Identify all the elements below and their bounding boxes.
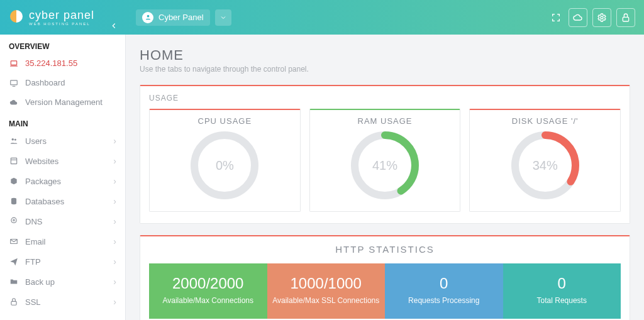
send-icon — [9, 257, 19, 266]
sidebar-toggle-button[interactable] — [107, 19, 121, 33]
sidebar-item-websites[interactable]: Websites› — [0, 151, 125, 171]
sidebar-item-ftp[interactable]: FTP› — [0, 251, 125, 272]
gauge-title: CPU USAGE — [156, 116, 294, 126]
http-stats-title: HTTP STATISTICS — [149, 244, 621, 255]
gauge-title: DISK USAGE '/' — [476, 116, 614, 126]
page-subtitle: Use the tabs to navigate through the con… — [140, 65, 630, 74]
chevron-right-icon: › — [113, 236, 116, 246]
svg-rect-4 — [11, 80, 18, 84]
chevron-right-icon: › — [113, 297, 116, 307]
users-icon — [9, 136, 19, 145]
svg-point-6 — [14, 139, 16, 141]
gauge-card: CPU USAGE0% — [149, 109, 301, 212]
sidebar-item-label: DNS — [25, 217, 107, 226]
lock-button[interactable] — [616, 8, 635, 27]
sidebar-item-email[interactable]: Email› — [0, 231, 125, 251]
sidebar-item-users[interactable]: Users› — [0, 131, 125, 151]
sidebar-item-35-224-181-55[interactable]: 35.224.181.55 — [0, 53, 125, 73]
svg-rect-2 — [623, 17, 628, 21]
svg-rect-3 — [11, 60, 16, 64]
http-stat-label: Requests Processing — [389, 296, 499, 305]
dns-icon — [9, 217, 19, 226]
sidebar-item-label: Databases — [25, 197, 107, 206]
chevron-right-icon: › — [113, 257, 116, 267]
usage-card: USAGE CPU USAGE0%RAM USAGE41%DISK USAGE … — [140, 85, 630, 224]
main-content: HOME Use the tabs to navigate through th… — [126, 35, 644, 320]
http-stats-card: HTTP STATISTICS 2000/2000Available/Max C… — [140, 235, 630, 320]
http-stat: 0Requests Processing — [385, 263, 503, 319]
sidebar-item-dns[interactable]: DNS› — [0, 211, 125, 231]
sidebar-heading: MAIN — [0, 112, 125, 131]
sidebar-item-dashboard[interactable]: Dashboard — [0, 73, 125, 92]
sidebar-item-label: Back up — [25, 277, 107, 287]
http-stat-label: Available/Max SSL Connections — [271, 296, 382, 305]
gauge: 34% — [511, 131, 580, 200]
http-stat: 2000/2000Available/Max Connections — [149, 263, 267, 319]
user-dropdown-button[interactable] — [215, 9, 231, 26]
user-menu-button[interactable]: Cyber Panel — [136, 9, 210, 26]
topbar: cyber panel WEB HOSTING PANEL Cyber Pane… — [0, 0, 644, 35]
sidebar-item-label: Version Management — [25, 97, 116, 107]
gauge: 0% — [190, 131, 259, 200]
package-icon — [9, 177, 19, 185]
sidebar-item-label: FTP — [25, 257, 107, 267]
gauge: 41% — [350, 131, 419, 200]
tv-icon — [9, 79, 19, 87]
svg-point-5 — [12, 138, 14, 141]
chevron-right-icon: › — [113, 136, 116, 146]
brand-title: cyber panel — [29, 9, 94, 22]
folder-icon — [9, 277, 19, 286]
chevron-right-icon: › — [113, 176, 116, 186]
svg-rect-11 — [11, 301, 16, 305]
fullscreen-icon[interactable] — [551, 8, 561, 27]
brand-logo-icon — [9, 9, 24, 26]
sidebar-item-label: Dashboard — [25, 78, 116, 87]
sidebar-item-label: Users — [25, 136, 107, 146]
sidebar-heading: OVERVIEW — [0, 35, 125, 53]
http-stat-value: 0 — [389, 275, 499, 292]
gauge-percent: 0% — [190, 131, 259, 200]
website-icon — [9, 157, 19, 165]
sidebar-item-version-management[interactable]: Version Management — [0, 92, 125, 112]
chevron-right-icon: › — [113, 156, 116, 166]
laptop-icon — [9, 59, 19, 68]
sidebar-heading: SERVER — [0, 312, 125, 320]
gauge-percent: 34% — [511, 131, 580, 200]
svg-point-9 — [13, 219, 14, 221]
http-stat: 1000/1000Available/Max SSL Connections — [267, 263, 386, 319]
sidebar-item-label: 35.224.181.55 — [25, 58, 116, 68]
user-name: Cyber Panel — [158, 13, 204, 22]
gauge-card: RAM USAGE41% — [309, 109, 461, 212]
sidebar-item-packages[interactable]: Packages› — [0, 171, 125, 191]
http-stat-value: 2000/2000 — [153, 275, 264, 292]
cloud-icon — [9, 98, 19, 107]
svg-point-1 — [601, 16, 603, 19]
http-stat-value: 1000/1000 — [271, 275, 382, 292]
sidebar: OVERVIEW35.224.181.55DashboardVersion Ma… — [0, 35, 126, 320]
http-stat-label: Available/Max Connections — [153, 296, 264, 305]
cloud-button[interactable] — [569, 8, 587, 27]
usage-card-title: USAGE — [149, 94, 621, 102]
gauge-percent: 41% — [350, 131, 419, 200]
sidebar-item-label: Email — [25, 237, 107, 246]
http-stat-label: Total Requests — [507, 296, 618, 305]
sidebar-item-back-up[interactable]: Back up› — [0, 272, 125, 292]
svg-point-0 — [147, 15, 149, 18]
http-stat-value: 0 — [507, 275, 618, 292]
sidebar-item-label: Websites — [25, 157, 107, 166]
chevron-right-icon: › — [113, 196, 116, 206]
chevron-right-icon: › — [113, 277, 116, 287]
sidebar-item-databases[interactable]: Databases› — [0, 191, 125, 211]
brand-subtitle: WEB HOSTING PANEL — [29, 22, 94, 26]
sidebar-item-label: SSL — [25, 297, 107, 307]
sidebar-item-ssl[interactable]: SSL› — [0, 292, 125, 312]
brand: cyber panel WEB HOSTING PANEL — [0, 9, 126, 26]
gauge-title: RAM USAGE — [316, 116, 454, 126]
settings-button[interactable] — [592, 8, 611, 27]
database-icon — [9, 197, 19, 206]
mail-icon — [9, 237, 19, 246]
lock-icon — [9, 297, 19, 306]
gauge-card: DISK USAGE '/'34% — [469, 109, 621, 212]
user-avatar-icon — [142, 12, 153, 23]
svg-rect-7 — [11, 158, 16, 163]
